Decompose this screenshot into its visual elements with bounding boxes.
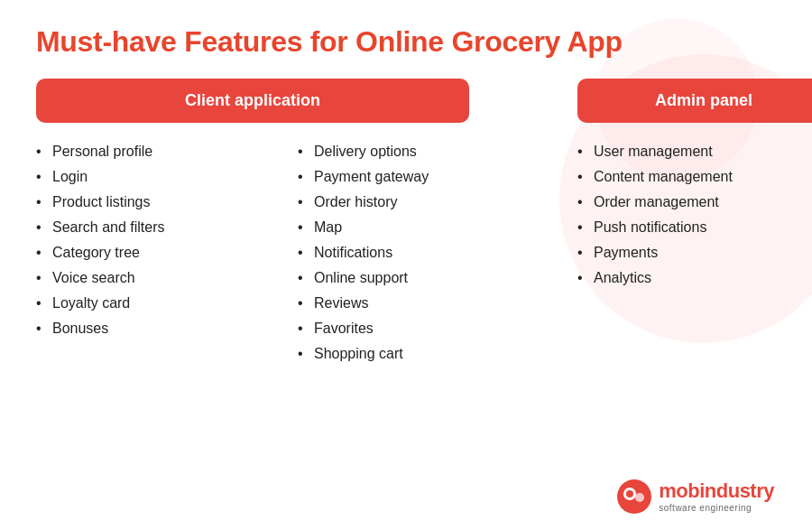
client-col2: Delivery optionsPayment gatewayOrder his… [298,139,559,367]
client-col1: Personal profileLoginProduct listingsSea… [36,139,298,367]
list-item: User management [577,139,812,164]
list-item: Favorites [298,316,559,341]
client-section: Client application Personal profileLogin… [36,79,559,367]
client-list-1: Personal profileLoginProduct listingsSea… [36,139,298,341]
svg-point-3 [626,490,633,497]
list-item: Push notifications [577,215,812,240]
list-item: Order history [298,190,559,215]
list-item: Content management [577,164,812,190]
logo-text: mobindustry software engineering [659,479,774,514]
list-item: Personal profile [36,139,298,164]
list-item: Order management [577,190,812,215]
list-item: Shopping cart [298,341,559,367]
list-item: Login [36,164,298,190]
list-item: Payment gateway [298,164,559,190]
list-item: Loyalty card [36,291,298,316]
list-item: Delivery options [298,139,559,164]
list-item: Reviews [298,291,559,316]
svg-point-2 [635,493,644,502]
admin-col: User managementContent managementOrder m… [577,139,812,291]
client-list-2: Delivery optionsPayment gatewayOrder his… [298,139,559,367]
admin-list: User managementContent managementOrder m… [577,139,812,291]
page-container: Must-have Features for Online Grocery Ap… [0,0,812,530]
page-title: Must-have Features for Online Grocery Ap… [36,25,776,59]
logo-sub: software engineering [659,503,774,514]
list-item: Category tree [36,240,298,265]
list-item: Bonuses [36,316,298,341]
content-area: Must-have Features for Online Grocery Ap… [36,25,776,367]
logo-icon [617,479,651,514]
logo-area: mobindustry software engineering [617,479,774,514]
client-list-columns: Personal profileLoginProduct listingsSea… [36,139,559,367]
list-item: Online support [298,265,559,291]
list-item: Search and filters [36,215,298,240]
list-item: Product listings [36,190,298,215]
list-item: Map [298,215,559,240]
list-item: Voice search [36,265,298,291]
list-item: Analytics [577,265,812,291]
admin-header: Admin panel [577,79,812,123]
client-header: Client application [36,79,469,123]
list-item: Payments [577,240,812,265]
logo-name: mobindustry [659,479,774,503]
columns-wrapper: Client application Personal profileLogin… [36,79,776,367]
admin-section: Admin panel User managementContent manag… [577,79,812,291]
list-item: Notifications [298,240,559,265]
